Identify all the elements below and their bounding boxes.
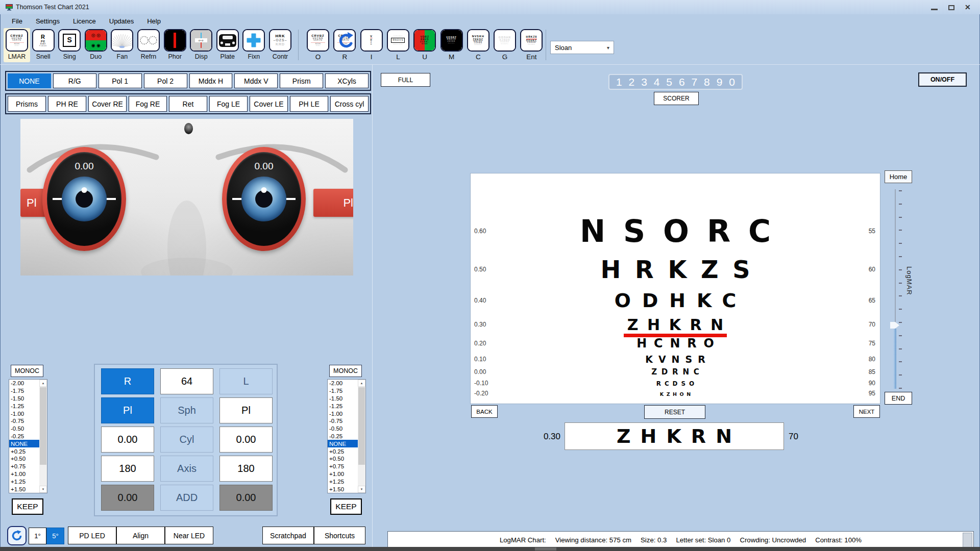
- rx-re-sph[interactable]: Pl: [101, 397, 154, 423]
- tool-sing-button[interactable]: S: [58, 29, 81, 52]
- button-pd-led[interactable]: PD LED: [68, 527, 116, 544]
- tab-cross-cyl[interactable]: Cross cyl: [330, 96, 369, 112]
- tool-refrn-button[interactable]: [137, 29, 160, 52]
- menu-updates[interactable]: Updates: [103, 17, 140, 25]
- monoc-option-+1.50[interactable]: +1.50: [328, 485, 360, 493]
- monoc-option-+0.50[interactable]: +0.50: [9, 455, 41, 463]
- monoc-option--0.75[interactable]: -0.75: [9, 417, 41, 425]
- monoc-option-+1.25[interactable]: +1.25: [328, 478, 360, 485]
- keypad-digit-7[interactable]: 7: [691, 76, 697, 88]
- monoc-option--1.50[interactable]: -1.50: [9, 395, 41, 403]
- tool-disp-button[interactable]: o•o: [190, 29, 212, 52]
- monoc-list[interactable]: -2.00-1.75-1.50-1.25-1.00-0.75-0.50-0.25…: [327, 379, 366, 493]
- step-5-degree-button[interactable]: 5°: [46, 528, 64, 544]
- scroll-down-icon[interactable]: ▼: [358, 486, 365, 493]
- scrollbar-thumb[interactable]: [40, 387, 46, 465]
- keypad-digit-5[interactable]: 5: [666, 76, 672, 88]
- scrollbar[interactable]: ▲▼: [39, 380, 47, 493]
- tool-o-button[interactable]: CRVBZVKCNHSNKONRZCHVEVOTH: [307, 29, 329, 52]
- right-lens-dial[interactable]: 0.00: [42, 147, 126, 251]
- tool-phor-button[interactable]: [164, 29, 186, 52]
- rx-le-eye[interactable]: L: [219, 368, 273, 394]
- menu-licence[interactable]: Licence: [66, 17, 103, 25]
- button-align[interactable]: Align: [116, 527, 165, 544]
- monoc-option--0.75[interactable]: -0.75: [328, 417, 360, 425]
- monoc-option-none[interactable]: NONE: [328, 440, 360, 447]
- rx-le-cyl[interactable]: 0.00: [219, 427, 273, 453]
- tab-pol-1[interactable]: Pol 1: [99, 73, 142, 88]
- logmar-slider-thumb[interactable]: [890, 322, 899, 329]
- tool-m-button[interactable]: VOSRZRNOVSZKVDHNRVSK: [440, 29, 463, 52]
- monoc-option-+1.00[interactable]: +1.00: [9, 470, 41, 478]
- keypad-digit-0[interactable]: 0: [729, 76, 735, 88]
- keep-button[interactable]: KEEP: [330, 498, 362, 515]
- monoc-button[interactable]: MONOC: [329, 365, 362, 377]
- scrollbar-thumb[interactable]: [358, 387, 365, 465]
- scrollbar[interactable]: ▲▼: [358, 380, 365, 493]
- tool-fixn-button[interactable]: [242, 29, 265, 52]
- keypad-digit-4[interactable]: 4: [654, 76, 660, 88]
- monoc-option--2.00[interactable]: -2.00: [328, 380, 360, 387]
- rx-le-sph[interactable]: Pl: [219, 397, 273, 423]
- button-shortcuts[interactable]: Shortcuts: [314, 527, 365, 544]
- scroll-down-icon[interactable]: ▼: [39, 486, 47, 493]
- tab-prisms[interactable]: Prisms: [8, 96, 46, 112]
- tool-duo-button[interactable]: ◎ ◎◉ ◉: [85, 29, 107, 52]
- tool-plate-button[interactable]: [216, 29, 239, 52]
- tab-none[interactable]: NONE: [8, 73, 51, 88]
- reset-button[interactable]: RESET: [644, 405, 705, 419]
- tool-c-button[interactable]: NVSKHZRKDCDNCHVCSHWNRKDSH: [467, 29, 489, 52]
- tab-ph-le[interactable]: PH LE: [290, 96, 328, 112]
- scroll-up-icon[interactable]: ▲: [39, 380, 47, 387]
- tab-xcyls[interactable]: XCyls: [325, 73, 369, 88]
- full-screen-button[interactable]: FULL: [381, 73, 430, 87]
- rx-re-axis[interactable]: 180: [101, 456, 154, 482]
- button-scratchpad[interactable]: Scratchpad: [262, 527, 314, 544]
- monoc-option--1.75[interactable]: -1.75: [9, 387, 41, 395]
- tab-fog-le[interactable]: Fog LE: [209, 96, 248, 112]
- monoc-option-+0.25[interactable]: +0.25: [9, 447, 41, 455]
- tab-fog-re[interactable]: Fog RE: [129, 96, 167, 112]
- monoc-option--1.00[interactable]: -1.00: [9, 410, 41, 417]
- tab-mddx-h[interactable]: Mddx H: [189, 73, 233, 88]
- monoc-button[interactable]: MONOC: [11, 365, 43, 377]
- menu-help[interactable]: Help: [140, 17, 167, 25]
- monoc-option--2.00[interactable]: -2.00: [9, 380, 41, 387]
- monoc-option-+1.00[interactable]: +1.00: [328, 470, 360, 478]
- tool-contr-button[interactable]: HRK–OZS–KRD: [269, 29, 291, 52]
- tool-snell-button[interactable]: RPEDAVFZBDE: [32, 29, 55, 52]
- rx-re-cyl[interactable]: 0.00: [101, 427, 154, 453]
- keypad-digit-2[interactable]: 2: [629, 76, 635, 88]
- monoc-option--1.75[interactable]: -1.75: [328, 387, 360, 395]
- rx-le-axis[interactable]: 180: [219, 456, 273, 482]
- back-button[interactable]: BACK: [471, 405, 498, 418]
- tool-r-button[interactable]: CRVBZVKCNHSNKONRZCHVEVOTH: [333, 29, 356, 52]
- tool-l-button[interactable]: GRVBZRNOVSHKCZD: [387, 29, 409, 52]
- step-1-degree-button[interactable]: 1°: [29, 528, 46, 544]
- letter-set-select[interactable]: Sloan ▾: [550, 41, 614, 54]
- left-lens-axis-tab[interactable]: Pl: [313, 189, 353, 217]
- monoc-option-+0.25[interactable]: +0.25: [328, 447, 360, 455]
- minimize-icon[interactable]: [931, 9, 938, 10]
- maximize-icon[interactable]: [948, 5, 954, 10]
- rx-cyl-label[interactable]: Cyl: [160, 427, 213, 453]
- rx-sph-label[interactable]: Sph: [160, 397, 213, 423]
- menu-file[interactable]: File: [5, 17, 29, 25]
- keypad-digit-3[interactable]: 3: [641, 76, 647, 88]
- monoc-option-+1.25[interactable]: +1.25: [9, 478, 41, 485]
- monoc-option--0.50[interactable]: -0.50: [328, 425, 360, 433]
- close-icon[interactable]: ✕: [965, 3, 971, 11]
- tab-ph-re[interactable]: PH RE: [48, 96, 86, 112]
- scorer-button[interactable]: SCORER: [654, 92, 699, 105]
- button-near-led[interactable]: Near LED: [165, 527, 213, 544]
- monoc-option-+0.50[interactable]: +0.50: [328, 455, 360, 463]
- keypad-digit-1[interactable]: 1: [616, 76, 622, 88]
- tab-pol-2[interactable]: Pol 2: [144, 73, 187, 88]
- monoc-option--1.25[interactable]: -1.25: [9, 402, 41, 410]
- tab-ret[interactable]: Ret: [169, 96, 207, 112]
- rx-re-eye[interactable]: R: [101, 368, 154, 394]
- monoc-option--1.00[interactable]: -1.00: [328, 410, 360, 417]
- undo-button[interactable]: [7, 526, 27, 545]
- monoc-option--0.50[interactable]: -0.50: [9, 425, 41, 433]
- tool-lmar-button[interactable]: CRVBZVKCNHSNKONRZCHVEVOTH: [6, 29, 28, 52]
